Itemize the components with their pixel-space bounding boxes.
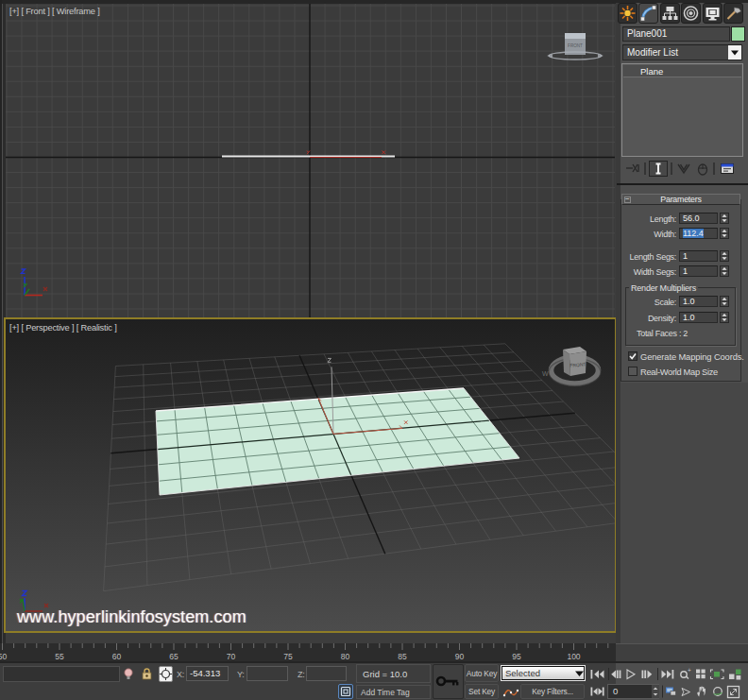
- svg-text:85: 85: [398, 652, 407, 661]
- svg-text:95: 95: [512, 652, 521, 661]
- svg-text:90: 90: [455, 652, 465, 661]
- svg-text:60: 60: [112, 652, 122, 661]
- svg-text:+: +: [688, 667, 691, 674]
- svg-text:70: 70: [227, 652, 236, 661]
- svg-text:100: 100: [567, 652, 580, 661]
- svg-text:50: 50: [0, 652, 7, 661]
- svg-text:W: W: [542, 370, 549, 377]
- svg-text:75: 75: [283, 652, 293, 661]
- svg-text:80: 80: [341, 652, 350, 661]
- svg-text:65: 65: [169, 652, 178, 661]
- svg-text:FRONT: FRONT: [570, 361, 586, 367]
- svg-text:FRONT: FRONT: [568, 43, 583, 48]
- svg-text:55: 55: [55, 652, 64, 661]
